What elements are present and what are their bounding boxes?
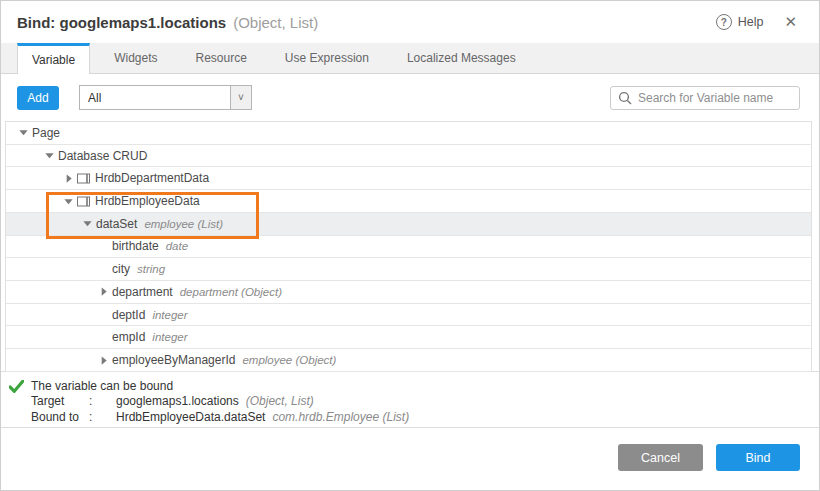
- footer: Cancel Bind: [1, 428, 819, 486]
- tree-node-hrdbdepartmentdata[interactable]: HrdbDepartmentData: [6, 167, 811, 190]
- tree-node-birthdate[interactable]: birthdatedate: [6, 236, 811, 259]
- node-type: string: [137, 263, 165, 275]
- search-icon: [618, 91, 632, 105]
- node-type: date: [166, 240, 188, 252]
- node-type: integer: [152, 331, 187, 343]
- bind-button[interactable]: Bind: [716, 444, 800, 471]
- toolbar: Add All ˅: [1, 74, 819, 121]
- tree-node-page[interactable]: Page: [6, 122, 811, 145]
- tree-node-deptid[interactable]: deptIdinteger: [6, 304, 811, 327]
- tab-bar: VariableWidgetsResourceUse ExpressionLoc…: [1, 43, 819, 74]
- node-type: department (Object): [180, 286, 282, 298]
- tab-variable[interactable]: Variable: [17, 43, 90, 74]
- help-button[interactable]: ? Help: [716, 14, 764, 30]
- tree-node-hrdbemployeedata[interactable]: HrdbEmployeeData: [6, 190, 811, 213]
- success-check-icon: [9, 380, 24, 393]
- chevron-down-icon: ˅: [230, 86, 251, 109]
- node-label: Page: [32, 126, 60, 140]
- status-value: googlemaps1.locations: [116, 394, 239, 410]
- search-box: [610, 86, 800, 110]
- node-label: employeeByManagerId: [112, 353, 235, 367]
- status-row-bound-to: Bound to:HrdbEmployeeData.dataSetcom.hrd…: [31, 410, 803, 426]
- help-icon: ?: [716, 14, 732, 30]
- tree-node-department[interactable]: departmentdepartment (Object): [6, 281, 811, 304]
- collapse-arrow-icon[interactable]: [18, 127, 32, 138]
- variable-icon: [77, 196, 90, 207]
- node-type: employee (List): [144, 218, 223, 230]
- status-label: Target: [31, 394, 89, 410]
- cancel-button[interactable]: Cancel: [618, 444, 703, 471]
- node-label: city: [112, 262, 130, 276]
- expand-arrow-icon[interactable]: [63, 173, 77, 184]
- node-type: employee (Object): [242, 354, 336, 366]
- tree-node-empid[interactable]: empIdinteger: [6, 326, 811, 349]
- tab-localized-messages[interactable]: Localized Messages: [393, 43, 530, 73]
- status-colon: :: [89, 394, 116, 410]
- collapse-arrow-icon[interactable]: [63, 196, 77, 207]
- add-button[interactable]: Add: [17, 86, 59, 110]
- status-value-type: com.hrdb.Employee (List): [272, 410, 409, 426]
- node-label: dataSet: [96, 217, 137, 231]
- search-input[interactable]: [610, 86, 800, 110]
- dialog-title-type: (Object, List): [233, 14, 318, 31]
- node-label: deptId: [112, 308, 145, 322]
- bind-dialog: Bind: googlemaps1.locations (Object, Lis…: [0, 0, 820, 491]
- collapse-arrow-icon[interactable]: [44, 150, 58, 161]
- tree-node-employeebymanagerid[interactable]: employeeByManagerIdemployee (Object): [6, 349, 811, 372]
- tree-node-dataset[interactable]: dataSetemployee (List): [6, 213, 811, 236]
- status-row-target: Target:googlemaps1.locations(Object, Lis…: [31, 394, 803, 410]
- node-label: HrdbDepartmentData: [95, 171, 209, 185]
- tab-widgets[interactable]: Widgets: [100, 43, 171, 73]
- status-value-type: (Object, List): [246, 394, 314, 410]
- node-label: Database CRUD: [58, 149, 147, 163]
- node-label: department: [112, 285, 173, 299]
- dialog-title: Bind: googlemaps1.locations: [17, 14, 226, 31]
- tree-node-database-crud[interactable]: Database CRUD: [6, 145, 811, 168]
- collapse-arrow-icon[interactable]: [82, 218, 96, 229]
- header-actions: ? Help ✕: [716, 11, 801, 33]
- status-rows: Target:googlemaps1.locations(Object, Lis…: [31, 394, 803, 425]
- variable-tree: PageDatabase CRUDHrdbDepartmentDataHrdbE…: [5, 121, 812, 371]
- node-label: empId: [112, 330, 145, 344]
- status-colon: :: [89, 410, 116, 426]
- node-type: integer: [152, 309, 187, 321]
- help-label: Help: [738, 15, 764, 29]
- tab-resource[interactable]: Resource: [182, 43, 261, 73]
- dialog-header: Bind: googlemaps1.locations (Object, Lis…: [1, 1, 819, 43]
- expand-arrow-icon[interactable]: [98, 355, 112, 366]
- status-value: HrdbEmployeeData.dataSet: [116, 410, 265, 426]
- status-message: The variable can be bound: [31, 378, 803, 394]
- node-label: birthdate: [112, 239, 159, 253]
- tree-node-city[interactable]: citystring: [6, 258, 811, 281]
- node-label: HrdbEmployeeData: [95, 194, 200, 208]
- filter-select[interactable]: All ˅: [79, 85, 252, 110]
- tab-use-expression[interactable]: Use Expression: [271, 43, 383, 73]
- filter-selected-value: All: [80, 91, 230, 105]
- variable-icon: [77, 173, 90, 184]
- close-icon[interactable]: ✕: [780, 11, 801, 33]
- status-label: Bound to: [31, 410, 89, 426]
- expand-arrow-icon[interactable]: [98, 286, 112, 297]
- status-panel: The variable can be bound Target:googlem…: [1, 372, 819, 427]
